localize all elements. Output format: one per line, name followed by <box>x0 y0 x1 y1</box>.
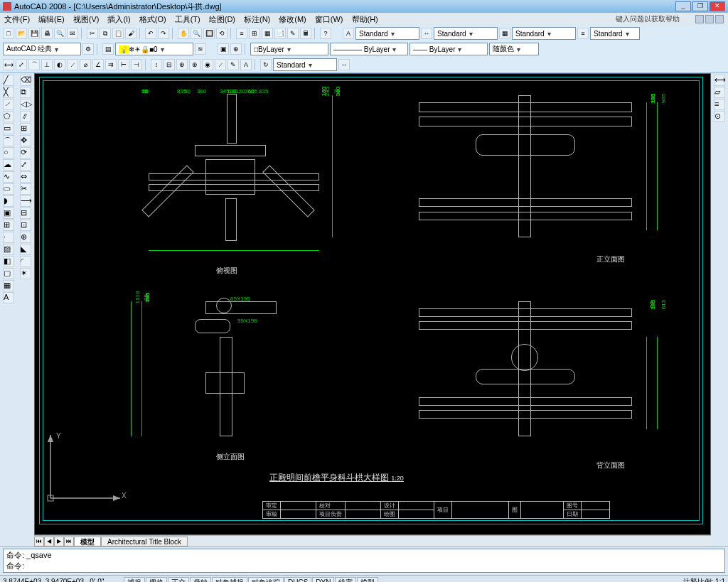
region-icon[interactable]: ▢ <box>3 268 14 279</box>
model-canvas[interactable]: 100 360 360 910 50 605 300 55 345 180 18… <box>34 73 711 535</box>
mdi-min-icon[interactable] <box>695 15 704 23</box>
offset-icon[interactable]: ⫽ <box>20 111 31 122</box>
undo-icon[interactable]: ↶ <box>145 28 156 39</box>
workspace-combo[interactable]: AutoCAD 经典 <box>3 43 81 55</box>
tab-prev-icon[interactable]: ◀ <box>44 537 54 546</box>
plotstyle-combo[interactable]: 随颜色 <box>489 43 539 55</box>
zoom-prev-icon[interactable]: ⟲ <box>216 28 228 39</box>
scale-icon[interactable]: ⤢ <box>20 159 31 171</box>
dim-tedit-icon[interactable]: A <box>240 59 252 70</box>
publish-icon[interactable]: ✉ <box>67 28 78 39</box>
inspect-icon[interactable]: ◉ <box>202 59 213 70</box>
hatch-icon[interactable]: ▨ <box>3 244 14 255</box>
join-icon[interactable]: ⊕ <box>20 232 31 243</box>
layer-prev-icon[interactable]: ≋ <box>195 43 206 55</box>
layer-combo[interactable]: 💡❄☀🔒■ 0 <box>115 43 193 55</box>
menu-tool[interactable]: 工具(T) <box>175 14 200 25</box>
cmd-prompt[interactable]: 命令: <box>6 561 722 571</box>
pan-icon[interactable]: ✋ <box>178 28 189 39</box>
dim-quick-icon[interactable]: ⇉ <box>105 59 117 70</box>
insert-icon[interactable]: ⊕ <box>230 43 242 55</box>
ws-settings-icon[interactable]: ⚙ <box>82 43 94 55</box>
fillet-icon[interactable]: ◜ <box>20 256 31 267</box>
otrack-toggle[interactable]: 对象追踪 <box>248 577 284 583</box>
block-insert-icon[interactable]: ▣ <box>3 208 14 219</box>
anno-scale[interactable]: 注释比例: 1:1 <box>683 577 725 583</box>
layer-props-icon[interactable]: ▤ <box>102 43 114 55</box>
tablestyle-icon[interactable]: ▦ <box>499 28 510 39</box>
dim-arc-icon[interactable]: ⌒ <box>28 59 40 70</box>
menu-window[interactable]: 窗口(W) <box>315 14 343 25</box>
explode-icon[interactable]: ✶ <box>20 268 31 279</box>
dim-baseline-icon[interactable]: ⊢ <box>118 59 129 70</box>
spline-icon[interactable]: ∿ <box>3 171 14 183</box>
mdi-restore-icon[interactable] <box>705 15 714 23</box>
dim-jogline-icon[interactable]: ⟋ <box>215 59 226 70</box>
move-icon[interactable]: ✥ <box>20 135 31 146</box>
tolerance-icon[interactable]: ⊕ <box>176 59 188 70</box>
calc-icon[interactable]: 🖩 <box>300 28 311 39</box>
tab-first-icon[interactable]: ⏮ <box>34 537 44 546</box>
cut-icon[interactable]: ✂ <box>87 28 98 39</box>
list-icon[interactable]: ≡ <box>714 99 725 110</box>
new-icon[interactable]: □ <box>3 28 14 39</box>
dim-jog-icon[interactable]: ⟋ <box>67 59 78 70</box>
copy2-icon[interactable]: ⧉ <box>20 87 31 98</box>
paste-icon[interactable]: 📋 <box>112 28 124 39</box>
textstyle-icon[interactable]: A <box>343 28 354 39</box>
dim-angular-icon[interactable]: ∠ <box>92 59 104 70</box>
array-icon[interactable]: ⊞ <box>20 123 31 134</box>
grid-toggle[interactable]: 栅格 <box>146 577 167 583</box>
area-icon[interactable]: ▱ <box>714 87 725 98</box>
dim-space-icon[interactable]: ↕ <box>151 59 162 70</box>
polygon-icon[interactable]: ⬠ <box>3 111 14 122</box>
save-icon[interactable]: 💾 <box>28 28 40 39</box>
center-mark-icon[interactable]: ⊕ <box>189 59 200 70</box>
make-block-icon[interactable]: ⊞ <box>3 220 14 231</box>
props-icon[interactable]: ≡ <box>236 28 247 39</box>
dim-update-icon[interactable]: ↻ <box>260 59 272 70</box>
markup-icon[interactable]: ✎ <box>287 28 299 39</box>
menu-insert[interactable]: 插入(I) <box>107 14 130 25</box>
break-pt-icon[interactable]: ⊟ <box>20 208 31 219</box>
menu-edit[interactable]: 编辑(E) <box>38 14 65 25</box>
chamfer-icon[interactable]: ◣ <box>20 244 31 255</box>
tab-next-icon[interactable]: ▶ <box>54 537 64 546</box>
id-icon[interactable]: ⊙ <box>714 111 725 122</box>
point-icon[interactable]: · <box>3 232 14 243</box>
minimize-button[interactable]: _ <box>675 1 691 11</box>
menu-view[interactable]: 视图(V) <box>73 14 100 25</box>
dist-icon[interactable]: ⟷ <box>714 75 725 86</box>
maximize-button[interactable]: ❐ <box>692 1 708 11</box>
table-style-combo[interactable]: Standard <box>512 27 576 40</box>
gradient-icon[interactable]: ◧ <box>3 256 14 267</box>
erase-icon[interactable]: ⌫ <box>20 75 31 86</box>
mirror-icon[interactable]: ◁▷ <box>20 99 31 110</box>
arc-icon[interactable]: ⌒ <box>3 135 14 146</box>
preview-icon[interactable]: 🔍 <box>54 28 65 39</box>
stretch-icon[interactable]: ⇔ <box>20 171 31 183</box>
dim-aligned-icon[interactable]: ⤢ <box>16 59 27 70</box>
rectangle-icon[interactable]: ▭ <box>3 123 14 134</box>
mtext-icon[interactable]: A <box>3 292 14 303</box>
dcenter-icon[interactable]: ⊞ <box>249 28 260 39</box>
toolpal-icon[interactable]: ▦ <box>262 28 273 39</box>
break-icon[interactable]: ⊡ <box>20 220 31 231</box>
rotate-icon[interactable]: ⟳ <box>20 147 31 158</box>
help-icon[interactable]: ? <box>320 28 331 39</box>
line-icon[interactable]: ╱ <box>3 75 14 86</box>
open-icon[interactable]: 📂 <box>16 28 27 39</box>
plot-icon[interactable]: 🖶 <box>41 28 53 39</box>
dyn-toggle[interactable]: DYN <box>312 577 334 583</box>
osnap-toggle[interactable]: 对象捕捉 <box>212 577 247 583</box>
tab-layout1[interactable]: Architectural Title Block <box>101 537 188 546</box>
circle-icon[interactable]: ○ <box>3 147 14 158</box>
command-window[interactable]: 命令: _qsave 命令: <box>3 549 725 573</box>
dim-continue-icon[interactable]: ⊣ <box>131 59 142 70</box>
pline-icon[interactable]: ⟋ <box>3 99 14 110</box>
dim-style2-combo[interactable]: Standard <box>273 58 337 71</box>
ortho-toggle[interactable]: 正交 <box>168 577 189 583</box>
menu-help[interactable]: 帮助(H) <box>352 14 378 25</box>
ducs-toggle[interactable]: DUCS <box>284 577 311 583</box>
help-search-hint[interactable]: 键入问题以获取帮助 <box>616 14 680 24</box>
